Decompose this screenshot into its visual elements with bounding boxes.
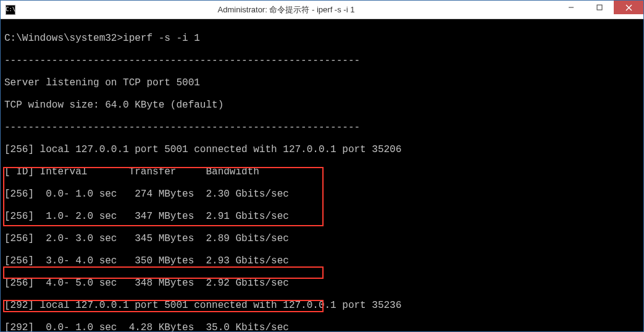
terminal-line: ----------------------------------------… (4, 55, 640, 66)
terminal-line: [256] 1.0- 2.0 sec 347 MBytes 2.91 Gbits… (4, 211, 640, 222)
maximize-button[interactable] (585, 1, 614, 14)
terminal-line: C:\Windows\system32>iperf -s -i 1 (4, 33, 640, 44)
titlebar[interactable]: C:\ Administrator: 命令提示符 - iperf -s -i 1 (1, 1, 643, 19)
terminal-line: [ ID] Interval Transfer Bandwidth (4, 166, 640, 177)
terminal-line: [292] local 127.0.0.1 port 5001 connecte… (4, 300, 640, 311)
terminal-line: [256] 0.0- 1.0 sec 274 MBytes 2.30 Gbits… (4, 189, 640, 200)
highlight-box-icon (3, 266, 324, 279)
terminal-line: [256] 3.0- 4.0 sec 350 MBytes 2.93 Gbits… (4, 255, 640, 266)
command-prompt-window: C:\ Administrator: 命令提示符 - iperf -s -i 1… (0, 0, 644, 332)
terminal-line: [256] 4.0- 5.0 sec 348 MBytes 2.92 Gbits… (4, 278, 640, 289)
cmd-icon: C:\ (6, 5, 15, 15)
close-button[interactable] (614, 1, 643, 14)
terminal-line: Server listening on TCP port 5001 (4, 77, 640, 88)
svg-rect-1 (597, 5, 602, 10)
terminal-line: [292] 0.0- 1.0 sec 4.28 KBytes 35.0 Kbit… (4, 322, 640, 331)
terminal-output[interactable]: C:\Windows\system32>iperf -s -i 1 ------… (1, 19, 643, 331)
terminal-line: TCP window size: 64.0 KByte (default) (4, 100, 640, 111)
minimize-button[interactable] (557, 1, 585, 14)
terminal-line: ----------------------------------------… (4, 122, 640, 133)
terminal-line: [256] 2.0- 3.0 sec 345 MBytes 2.89 Gbits… (4, 233, 640, 244)
terminal-line: [256] local 127.0.0.1 port 5001 connecte… (4, 144, 640, 155)
window-controls (557, 1, 643, 19)
window-title: Administrator: 命令提示符 - iperf -s -i 1 (15, 4, 557, 15)
